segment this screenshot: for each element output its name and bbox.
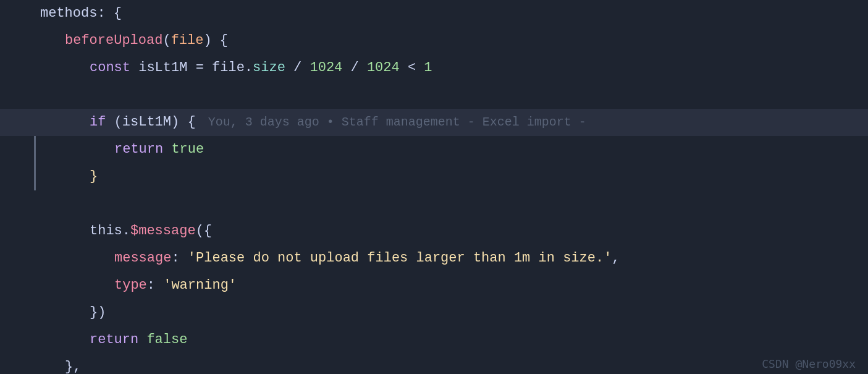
token: true — [171, 136, 204, 163]
token: = — [196, 54, 212, 82]
code-line-11: type: 'warning' — [0, 272, 868, 299]
token: false — [146, 326, 187, 354]
token: 'warning' — [163, 272, 237, 299]
code-editor: methods: { beforeUpload(file) { const is… — [0, 0, 868, 374]
git-bar — [34, 136, 36, 163]
line-content-8 — [34, 190, 868, 218]
token: if — [90, 109, 114, 136]
code-line-14: }, — [0, 354, 868, 374]
token: / — [285, 54, 310, 82]
token: . — [245, 54, 253, 82]
git-annotation: You, 3 days ago • Staff management - Exc… — [208, 109, 586, 136]
token: ) { — [171, 109, 196, 136]
code-line-2: beforeUpload(file) { — [0, 27, 868, 54]
token: beforeUpload — [65, 27, 162, 54]
token: } — [90, 163, 98, 190]
line-content-2: beforeUpload(file) { — [59, 27, 868, 54]
code-line-10: message: 'Please do not upload files lar… — [0, 245, 868, 272]
token: 'Please do not upload files larger than … — [188, 245, 612, 272]
token: : — [147, 272, 163, 299]
token: . — [122, 218, 130, 245]
token: message — [114, 245, 171, 272]
code-line-9: this.$message({ — [0, 218, 868, 245]
line-content-10: message: 'Please do not upload files lar… — [108, 245, 868, 272]
token: return — [114, 136, 171, 163]
line-content-11: type: 'warning' — [108, 272, 868, 299]
token: : — [171, 245, 187, 272]
token: const — [90, 54, 138, 82]
token: file — [212, 54, 245, 82]
token: ({ — [196, 218, 212, 245]
token: }) — [90, 299, 106, 326]
token: / — [342, 54, 367, 82]
token: this — [90, 218, 122, 245]
token: ( — [114, 109, 122, 136]
code-line-4 — [0, 82, 868, 109]
line-content-1: methods: { — [34, 0, 868, 27]
line-content-7: } — [83, 163, 868, 190]
line-content-9: this.$message({ — [83, 218, 868, 245]
token: < — [400, 54, 424, 82]
line-content-5: if (isLt1M) { You, 3 days ago • Staff ma… — [83, 109, 868, 136]
token: isLt1M — [138, 54, 195, 82]
token: size — [253, 54, 285, 82]
line-content-4 — [34, 82, 868, 109]
code-line-3: const isLt1M = file.size / 1024 / 1024 <… — [0, 54, 868, 82]
token: 1024 — [310, 54, 342, 82]
line-content-6: return true — [108, 136, 868, 163]
token: }, — [65, 354, 81, 374]
code-line-13: return false — [0, 326, 868, 354]
token: isLt1M — [122, 109, 171, 136]
token: 1024 — [367, 54, 400, 82]
token: file — [171, 27, 204, 54]
line-content-13: return false — [83, 326, 868, 354]
code-container: methods: { beforeUpload(file) { const is… — [0, 0, 868, 374]
code-line-12: }) — [0, 299, 868, 326]
token: ( — [162, 27, 171, 54]
token: type — [114, 272, 147, 299]
code-line-1: methods: { — [0, 0, 868, 27]
line-content-3: const isLt1M = file.size / 1024 / 1024 <… — [83, 54, 868, 82]
token: ) { — [203, 27, 228, 54]
code-line-7: } — [0, 163, 868, 190]
watermark: CSDN @Nero09xx — [762, 357, 856, 370]
line-content-12: }) — [83, 299, 868, 326]
code-line-6: return true — [0, 136, 868, 163]
token: methods: { — [40, 0, 122, 27]
code-line-8 — [0, 190, 868, 218]
git-bar — [34, 163, 36, 190]
token: , — [612, 245, 620, 272]
token: 1 — [424, 54, 432, 82]
token: $message — [130, 218, 196, 245]
line-content-14: }, — [59, 354, 868, 374]
token: return — [90, 326, 146, 354]
code-line-5: if (isLt1M) { You, 3 days ago • Staff ma… — [0, 109, 868, 136]
